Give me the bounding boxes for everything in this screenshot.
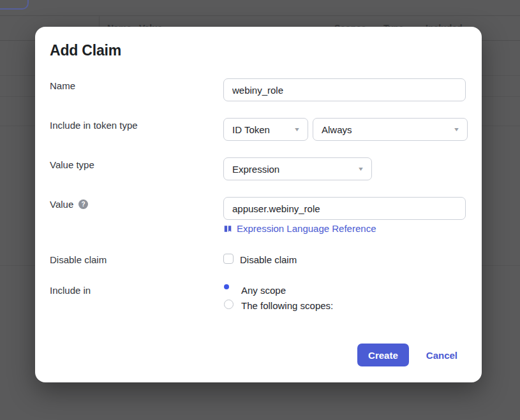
value-type-select-value: Expression [232,164,279,175]
following-scopes-radio-label: The following scopes: [241,300,333,311]
value-type-select[interactable]: Expression ▼ [223,157,372,180]
any-scope-radio[interactable] [224,284,229,289]
chevron-down-icon: ▼ [293,127,301,133]
chevron-down-icon: ▼ [357,166,364,172]
background-divider [0,15,520,16]
value-label: Value [50,199,73,210]
disable-claim-checkbox-label: Disable claim [240,254,297,265]
token-inclusion-select[interactable]: Always ▼ [313,118,468,141]
disable-claim-checkbox[interactable] [223,254,234,264]
screen: Name Value Scopes Type Included Add Clai… [0,0,520,420]
name-input[interactable] [223,78,466,101]
create-button[interactable]: Create [357,344,409,366]
token-type-label: Include in token type [50,120,138,131]
book-icon [223,224,232,233]
name-label: Name [50,80,75,91]
value-type-label: Value type [50,159,94,170]
dialog-title: Add Claim [50,42,121,59]
disable-claim-label: Disable claim [50,254,107,265]
dialog-actions: Create Cancel [357,344,457,366]
add-claim-dialog: Add Claim Name Include in token type ID … [35,27,482,382]
token-type-select-value: ID Token [232,124,270,135]
value-input[interactable] [223,197,466,220]
chevron-down-icon: ▼ [453,127,460,133]
any-scope-radio-label: Any scope [241,285,286,296]
help-icon[interactable]: ? [78,199,88,209]
cancel-button[interactable]: Cancel [426,350,457,361]
expression-reference-link-text: Expression Language Reference [237,223,376,234]
token-inclusion-select-value: Always [322,124,352,135]
following-scopes-radio[interactable] [224,300,234,309]
token-type-select[interactable]: ID Token ▼ [223,118,308,141]
expression-reference-link[interactable]: Expression Language Reference [223,223,376,234]
include-in-label: Include in [50,285,91,296]
background-partial-button [0,0,29,10]
